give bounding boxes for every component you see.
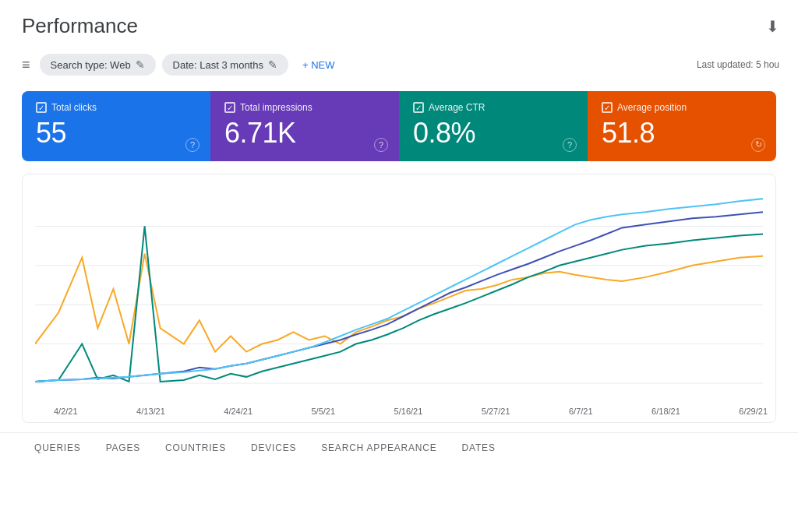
header-actions: ⬇ [766, 17, 779, 36]
page-title: Performance [22, 14, 138, 38]
metric-card-header: ✓ Total impressions [224, 102, 385, 113]
nav-queries[interactable]: QUERIES [22, 433, 94, 464]
metric-check-icon: ✓ [224, 102, 235, 113]
filter-icon[interactable]: ≡ [22, 57, 30, 73]
x-label-2: 4/13/21 [136, 407, 165, 416]
x-label-6: 5/27/21 [482, 407, 510, 416]
metric-card-header: ✓ Average CTR [413, 102, 574, 113]
metric-card-header: ✓ Average position [602, 102, 762, 113]
metric-value: 6.71K [224, 118, 385, 149]
metric-card-average-ctr[interactable]: ✓ Average CTR 0.8% ? [399, 91, 588, 161]
header: Performance ⬇ [0, 0, 798, 46]
metric-label: Average position [617, 102, 687, 113]
nav-countries[interactable]: COUNTRIES [153, 433, 238, 464]
download-icon[interactable]: ⬇ [766, 17, 779, 36]
metric-label: Average CTR [429, 102, 485, 113]
metric-check-icon: ✓ [602, 102, 613, 113]
search-type-chip[interactable]: Search type: Web ✎ [40, 54, 156, 76]
chart-area: 4/2/21 4/13/21 4/24/21 5/5/21 5/16/21 5/… [22, 174, 776, 423]
metric-value: 0.8% [413, 118, 574, 149]
nav-devices[interactable]: DEVICES [238, 433, 309, 464]
metric-help-icon[interactable]: ↻ [751, 138, 765, 152]
metric-help-icon[interactable]: ? [374, 138, 388, 152]
search-type-label: Search type: Web [51, 59, 131, 71]
metric-check-icon: ✓ [36, 102, 47, 113]
search-type-edit-icon: ✎ [136, 58, 145, 71]
toolbar: ≡ Search type: Web ✎ Date: Last 3 months… [0, 46, 798, 83]
metric-check-icon: ✓ [413, 102, 424, 113]
metric-card-total-clicks[interactable]: ✓ Total clicks 55 ? [22, 91, 210, 161]
date-edit-icon: ✎ [268, 58, 277, 71]
metric-value: 51.8 [602, 118, 762, 149]
last-updated-text: Last updated: 5 hou [697, 59, 779, 70]
x-label-9: 6/29/21 [739, 407, 768, 416]
date-label: Date: Last 3 months [173, 59, 263, 71]
metric-card-average-position[interactable]: ✓ Average position 51.8 ↻ [588, 91, 776, 161]
x-label-3: 4/24/21 [224, 407, 252, 416]
x-label-8: 6/18/21 [651, 407, 680, 416]
metric-help-icon[interactable]: ? [563, 138, 577, 152]
x-label-7: 6/7/21 [569, 407, 593, 416]
date-chip[interactable]: Date: Last 3 months ✎ [162, 54, 288, 76]
new-button[interactable]: + NEW [295, 55, 343, 76]
metric-label: Total impressions [240, 102, 312, 113]
nav-search-appearance[interactable]: SEARCH APPEARANCE [309, 433, 449, 464]
bottom-nav: QUERIES PAGES COUNTRIES DEVICES SEARCH A… [0, 432, 798, 464]
x-label-1: 4/2/21 [54, 407, 78, 416]
metric-value: 55 [36, 118, 196, 149]
x-label-5: 5/16/21 [394, 407, 423, 416]
metric-card-total-impressions[interactable]: ✓ Total impressions 6.71K ? [210, 91, 399, 161]
x-label-4: 5/5/21 [312, 407, 336, 416]
metric-help-icon[interactable]: ? [185, 138, 200, 152]
metric-cards: ✓ Total clicks 55 ? ✓ Total impressions … [22, 91, 776, 161]
nav-pages[interactable]: PAGES [94, 433, 153, 464]
nav-dates[interactable]: DATES [450, 433, 508, 464]
metric-card-header: ✓ Total clicks [36, 102, 196, 113]
metric-label: Total clicks [51, 102, 97, 113]
performance-chart [35, 187, 763, 391]
